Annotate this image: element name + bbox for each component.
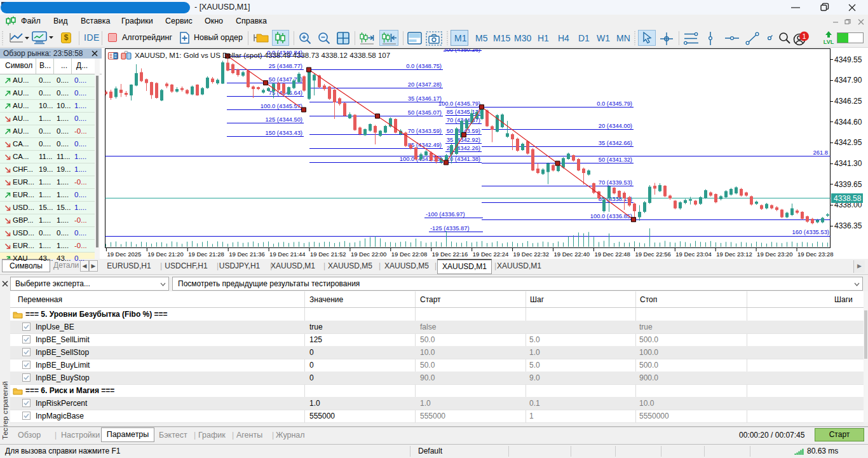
svg-text:XAUUSD, M1: Gold vs US Dollar: XAUUSD, M1: Gold vs US Dollar (spot) 433… <box>135 52 390 59</box>
svg-text:70 (4343.59): 70 (4343.59) <box>408 127 442 134</box>
svg-text:19 Dec 22:16: 19 Dec 22:16 <box>432 251 468 258</box>
svg-text:19 Dec 22:40: 19 Dec 22:40 <box>554 251 590 258</box>
svg-text:1: 1 <box>802 32 806 40</box>
svg-text:50 (4345.07): 50 (4345.07) <box>408 109 442 116</box>
svg-text:4341.30: 4341.30 <box>834 159 862 168</box>
svg-text:19 Dec 2025: 19 Dec 2025 <box>107 251 141 258</box>
svg-text:160 (4335.53): 160 (4335.53) <box>792 228 829 235</box>
svg-text:150 (4343.43): 150 (4343.43) <box>266 129 302 136</box>
svg-text:19 Dec 21:28: 19 Dec 21:28 <box>188 251 224 258</box>
svg-text:100.0 (4336.85): 100.0 (4336.85) <box>590 212 632 219</box>
svg-text:125 (4344.50): 125 (4344.50) <box>266 116 302 123</box>
svg-text:-100 (4336.97): -100 (4336.97) <box>426 211 465 218</box>
svg-text:4338.58: 4338.58 <box>834 194 862 203</box>
svg-text:261.8: 261.8 <box>813 149 828 156</box>
svg-text:19 Dec 21:52: 19 Dec 21:52 <box>310 251 346 258</box>
svg-text:-125 (4335.87): -125 (4335.87) <box>430 225 470 232</box>
svg-text:19 Dec 22:00: 19 Dec 22:00 <box>351 251 387 258</box>
svg-text:85 (4342.49): 85 (4342.49) <box>408 141 442 148</box>
svg-text:19 Dec 21:44: 19 Dec 21:44 <box>269 251 306 258</box>
svg-text:100.0 (4345.79): 100.0 (4345.79) <box>438 100 480 107</box>
svg-text:4344.60: 4344.60 <box>834 118 862 127</box>
svg-text:25 (4348.77): 25 (4348.77) <box>269 62 302 69</box>
svg-text:50 (4341.32): 50 (4341.32) <box>599 156 632 163</box>
svg-text:35 (4342.66): 35 (4342.66) <box>599 139 632 146</box>
svg-text:35 (4346.17): 35 (4346.17) <box>408 95 442 102</box>
svg-text:4336.35: 4336.35 <box>834 221 862 230</box>
svg-text:19 Dec 22:32: 19 Dec 22:32 <box>513 251 550 258</box>
svg-text:19 Dec 22:24: 19 Dec 22:24 <box>473 251 509 258</box>
svg-text:19 Dec 23:04: 19 Dec 23:04 <box>675 251 712 258</box>
svg-text:19 Dec 21:36: 19 Dec 21:36 <box>229 251 265 258</box>
svg-text:LVL: LVL <box>824 39 834 45</box>
svg-text:4347.90: 4347.90 <box>834 76 862 85</box>
svg-text:19 Dec 22:08: 19 Dec 22:08 <box>391 251 428 258</box>
svg-text:19 Dec 23:28: 19 Dec 23:28 <box>797 251 834 258</box>
svg-text:20 (4344.00): 20 (4344.00) <box>599 122 632 129</box>
svg-text:4342.95: 4342.95 <box>834 138 862 147</box>
svg-text:100.0 (4345.57): 100.0 (4345.57) <box>261 102 302 109</box>
svg-text:4349.55: 4349.55 <box>834 55 862 64</box>
svg-text:19 Dec 22:48: 19 Dec 22:48 <box>594 251 630 258</box>
svg-text:4346.25: 4346.25 <box>834 97 862 106</box>
svg-text:70 (4339.53): 70 (4339.53) <box>599 179 632 186</box>
svg-text:0.0 (4348.75): 0.0 (4348.75) <box>406 62 442 69</box>
svg-text:4339.65: 4339.65 <box>834 180 862 189</box>
svg-text:19 Dec 21:20: 19 Dec 21:20 <box>147 251 184 258</box>
svg-text:0.0 (4345.79): 0.0 (4345.79) <box>597 100 632 107</box>
svg-text:19 Dec 22:56: 19 Dec 22:56 <box>635 251 671 258</box>
svg-text:20 (4347.28): 20 (4347.28) <box>408 81 442 88</box>
svg-text:19 Dec 23:12: 19 Dec 23:12 <box>716 251 752 258</box>
svg-text:19 Dec 23:20: 19 Dec 23:20 <box>757 251 793 258</box>
